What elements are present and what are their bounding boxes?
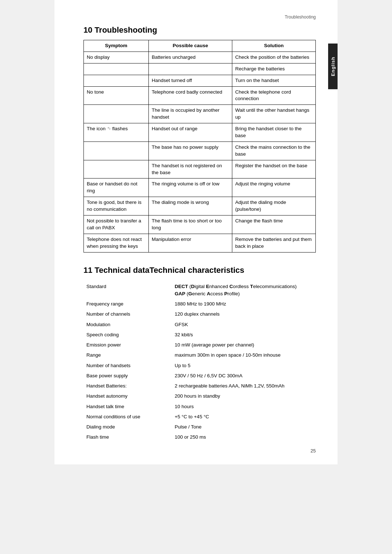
- troubleshooting-table: Symptom Possible cause Solution No displ…: [83, 40, 316, 253]
- tech-row: Flash time100 or 250 ms: [83, 432, 316, 442]
- header-text: Troubleshooting: [285, 15, 316, 20]
- table-cell: Telephone does not react when pressing t…: [84, 234, 149, 252]
- section10-heading: Troubleshooting: [95, 25, 157, 34]
- table-row: Not possible to transfer a call on PABXT…: [84, 216, 316, 234]
- tech-value: +5 °C to +45 °C: [172, 412, 316, 422]
- table-cell: Handset out of range: [148, 123, 232, 142]
- table-cell: Register the handset on the base: [232, 160, 315, 178]
- col-header-cause: Possible cause: [148, 40, 232, 52]
- tech-row: Frequency range1880 MHz to 1900 MHz: [83, 299, 316, 309]
- tech-label: Frequency range: [83, 299, 172, 309]
- table-cell: No display: [84, 52, 149, 63]
- tech-row: StandardDECT (Digital Enhanced Cordless …: [83, 282, 316, 299]
- tech-label: Emission power: [83, 340, 172, 350]
- table-cell: Manipulation error: [148, 234, 232, 252]
- tech-label: Handset talk time: [83, 402, 172, 412]
- tech-value: 10 mW (average power per channel): [172, 340, 316, 350]
- table-row: Telephone does not react when pressing t…: [84, 234, 316, 252]
- table-cell: Adjust the dialing mode (pulse/tone): [232, 197, 315, 216]
- tech-label: Standard: [83, 282, 172, 299]
- tech-row: Number of handsetsUp to 5: [83, 361, 316, 371]
- tech-label: Normal conditions of use: [83, 412, 172, 422]
- table-row: The line is occupied by another handsetW…: [84, 105, 316, 123]
- table-cell: Turn on the handset: [232, 75, 315, 86]
- tech-row: Normal conditions of use+5 °C to +45 °C: [83, 412, 316, 422]
- section10-number: 10: [83, 25, 92, 34]
- tech-label: Base power supply: [83, 371, 172, 381]
- tech-value: 100 or 250 ms: [172, 432, 316, 442]
- tech-label: Modulation: [83, 320, 172, 330]
- tech-table: StandardDECT (Digital Enhanced Cordless …: [83, 282, 316, 443]
- tech-value: 32 kbit/s: [172, 330, 316, 340]
- table-cell: The line is occupied by another handset: [148, 105, 232, 123]
- table-cell: Adjust the ringing volume: [232, 178, 315, 197]
- table-row: No displayBatteries unchargedCheck the p…: [84, 52, 316, 63]
- table-cell: Remove the batteries and put them back i…: [232, 234, 315, 252]
- table-cell: The ringing volume is off or low: [148, 178, 232, 197]
- table-row: The icon ␉ flashesHandset out of rangeBr…: [84, 123, 316, 142]
- table-row: Tone is good, but there is no communicat…: [84, 197, 316, 216]
- table-row: No toneTelephone cord badly connectedChe…: [84, 86, 316, 105]
- page-header: Troubleshooting: [83, 15, 316, 20]
- table-cell: The dialing mode is wrong: [148, 197, 232, 216]
- language-tab: English: [328, 44, 338, 89]
- tech-label: Handset Batteries:: [83, 381, 172, 391]
- tech-row: Handset talk time10 hours: [83, 402, 316, 412]
- table-row: Handset turned offTurn on the handset: [84, 75, 316, 86]
- table-cell: Recharge the batteries: [232, 63, 315, 75]
- table-cell: The icon ␉ flashes: [84, 123, 149, 142]
- tech-row: Emission power10 mW (average power per c…: [83, 340, 316, 350]
- table-cell: Check the position of the batteries: [232, 52, 315, 63]
- table-cell: Tone is good, but there is no communicat…: [84, 197, 149, 216]
- page: Troubleshooting 10 Troubleshooting Sympt…: [54, 0, 338, 464]
- tech-value: 10 hours: [172, 402, 316, 412]
- table-row: The handset is not registered on the bas…: [84, 160, 316, 178]
- col-header-solution: Solution: [232, 40, 315, 52]
- table-cell: Change the flash time: [232, 216, 315, 234]
- table-cell: [84, 141, 149, 160]
- tech-label: Flash time: [83, 432, 172, 442]
- table-row: The base has no power supplyCheck the ma…: [84, 141, 316, 160]
- tech-value: DECT (Digital Enhanced Cordless Telecomm…: [172, 282, 316, 299]
- tech-value: maximum 300m in open space / 10-50m inho…: [172, 350, 316, 360]
- table-cell: The base has no power supply: [148, 141, 232, 160]
- tech-row: ModulationGFSK: [83, 320, 316, 330]
- tech-value: Pulse / Tone: [172, 422, 316, 432]
- table-cell: The handset is not registered on the bas…: [148, 160, 232, 178]
- tech-value: Up to 5: [172, 361, 316, 371]
- tech-label: Handset autonomy: [83, 391, 172, 401]
- tech-label: Number of channels: [83, 309, 172, 319]
- table-cell: [84, 105, 149, 123]
- table-row: Base or handset do not ringThe ringing v…: [84, 178, 316, 197]
- tech-label: Range: [83, 350, 172, 360]
- table-cell: Not possible to transfer a call on PABX: [84, 216, 149, 234]
- col-header-symptom: Symptom: [84, 40, 149, 52]
- tech-value: 200 hours in standby: [172, 391, 316, 401]
- tech-label: Dialing mode: [83, 422, 172, 432]
- table-cell: Bring the handset closer to the base: [232, 123, 315, 142]
- table-cell: The flash time is too short or too long: [148, 216, 232, 234]
- table-cell: Check the telephone cord connection: [232, 86, 315, 105]
- section11-heading: Technical dataTechnical characteristics: [95, 266, 244, 275]
- tech-value: 230V / 50 Hz / 6,5V DC 300mA: [172, 371, 316, 381]
- tech-row: Speech coding32 kbit/s: [83, 330, 316, 340]
- tech-row: Rangemaximum 300m in open space / 10-50m…: [83, 350, 316, 360]
- table-cell: [84, 160, 149, 178]
- table-cell: [84, 63, 149, 75]
- tech-value: 120 duplex channels: [172, 309, 316, 319]
- table-cell: Check the mains connection to the base: [232, 141, 315, 160]
- page-number: 25: [311, 448, 316, 454]
- table-cell: Batteries uncharged: [148, 52, 232, 63]
- tech-row: Number of channels120 duplex channels: [83, 309, 316, 319]
- table-cell: Telephone cord badly connected: [148, 86, 232, 105]
- tech-value: GFSK: [172, 320, 316, 330]
- tech-label: Number of handsets: [83, 361, 172, 371]
- tech-row: Dialing modePulse / Tone: [83, 422, 316, 432]
- table-cell: [148, 63, 232, 75]
- tech-row: Handset autonomy200 hours in standby: [83, 391, 316, 401]
- section11-title: 11 Technical dataTechnical characteristi…: [83, 266, 316, 275]
- table-cell: Wait until the other handset hangs up: [232, 105, 315, 123]
- table-cell: [84, 75, 149, 86]
- section10-title: 10 Troubleshooting: [83, 25, 316, 35]
- table-row: Recharge the batteries: [84, 63, 316, 75]
